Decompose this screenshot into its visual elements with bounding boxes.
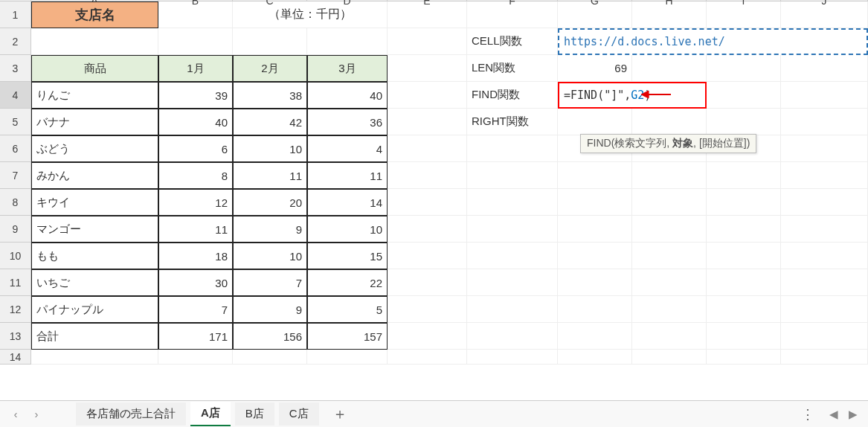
cell-G2-url[interactable]: https://d.docs.live.net/: [558, 28, 868, 55]
cell-J6[interactable]: [781, 135, 868, 162]
tab-b-store[interactable]: B店: [235, 402, 274, 426]
cell-G5[interactable]: [558, 109, 632, 135]
sheet-nav-left-icon[interactable]: ‹: [7, 406, 24, 423]
table-header-m1[interactable]: 1月: [158, 55, 233, 82]
row-13[interactable]: 13: [0, 323, 31, 350]
table-header-product[interactable]: 商品: [31, 55, 158, 82]
table-row[interactable]: 157: [307, 323, 388, 350]
table-row[interactable]: 15: [307, 243, 388, 269]
table-row[interactable]: 14: [307, 189, 388, 216]
tab-summary[interactable]: 各店舗の売上合計: [76, 402, 186, 426]
table-row[interactable]: 7: [233, 269, 307, 296]
cell-F13[interactable]: [467, 323, 558, 350]
cell-G14[interactable]: [558, 350, 632, 365]
row-12[interactable]: 12: [0, 296, 31, 323]
table-row[interactable]: バナナ: [31, 109, 158, 135]
cell-J5[interactable]: [781, 109, 868, 135]
table-row[interactable]: 12: [158, 189, 233, 216]
tab-a-store[interactable]: A店: [190, 402, 231, 426]
cell-J14[interactable]: [781, 350, 868, 365]
table-row[interactable]: 40: [158, 109, 233, 135]
table-row[interactable]: 36: [307, 109, 388, 135]
cell-H1[interactable]: [632, 1, 707, 28]
cell-H14[interactable]: [632, 350, 707, 365]
table-row[interactable]: 9: [233, 296, 307, 323]
cell-G7[interactable]: [558, 162, 632, 189]
cell-J7[interactable]: [781, 162, 868, 189]
cell-I1[interactable]: [707, 1, 781, 28]
cell-G8[interactable]: [558, 189, 632, 216]
cell-F5-label[interactable]: RIGHT関数: [467, 109, 558, 135]
cell-E1[interactable]: [388, 1, 467, 28]
cell-E14[interactable]: [388, 350, 467, 365]
cell-H7[interactable]: [632, 162, 707, 189]
row-10[interactable]: 10: [0, 243, 31, 269]
cell-I8[interactable]: [707, 189, 781, 216]
table-row[interactable]: 10: [307, 216, 388, 243]
cell-F4-label[interactable]: FIND関数: [467, 82, 558, 109]
table-row[interactable]: 39: [158, 82, 233, 109]
row-9[interactable]: 9: [0, 216, 31, 243]
cell-I3[interactable]: [707, 55, 781, 82]
table-row[interactable]: 5: [307, 296, 388, 323]
row-2[interactable]: 2: [0, 28, 31, 55]
cell-D14[interactable]: [307, 350, 388, 365]
table-row[interactable]: 11: [307, 162, 388, 189]
sheet-nav-right-icon[interactable]: ›: [28, 406, 45, 423]
row-8[interactable]: 8: [0, 189, 31, 216]
table-row[interactable]: 合計: [31, 323, 158, 350]
table-row[interactable]: 6: [158, 135, 233, 162]
cell-B1[interactable]: [158, 1, 233, 28]
cell-H13[interactable]: [632, 323, 707, 350]
table-row[interactable]: パイナップル: [31, 296, 158, 323]
cell-E2[interactable]: [388, 28, 467, 55]
cell-H3[interactable]: [632, 55, 707, 82]
table-row[interactable]: 38: [233, 82, 307, 109]
cell-F2-label[interactable]: CELL関数: [467, 28, 558, 55]
table-row[interactable]: 7: [158, 296, 233, 323]
table-row[interactable]: キウイ: [31, 189, 158, 216]
cell-E8[interactable]: [388, 189, 467, 216]
cell-G10[interactable]: [558, 243, 632, 269]
cell-I14[interactable]: [707, 350, 781, 365]
cell-F3-label[interactable]: LEN関数: [467, 55, 558, 82]
cell-H11[interactable]: [632, 269, 707, 296]
cell-J10[interactable]: [781, 243, 868, 269]
table-row[interactable]: もも: [31, 243, 158, 269]
table-header-m2[interactable]: 2月: [233, 55, 307, 82]
cell-E11[interactable]: [388, 269, 467, 296]
more-icon[interactable]: ⋮: [794, 406, 822, 423]
cell-J13[interactable]: [781, 323, 868, 350]
table-row[interactable]: 171: [158, 323, 233, 350]
cell-G12[interactable]: [558, 296, 632, 323]
cell-F10[interactable]: [467, 243, 558, 269]
cell-I11[interactable]: [707, 269, 781, 296]
row-14[interactable]: 14: [0, 350, 31, 365]
cell-A14[interactable]: [31, 350, 158, 365]
row-4[interactable]: 4: [0, 82, 31, 109]
table-row[interactable]: 11: [233, 162, 307, 189]
table-row[interactable]: りんご: [31, 82, 158, 109]
cell-A2[interactable]: [31, 28, 158, 55]
cell-B2[interactable]: [158, 28, 233, 55]
table-row[interactable]: 10: [233, 135, 307, 162]
table-row[interactable]: ぶどう: [31, 135, 158, 162]
cell-D2[interactable]: [307, 28, 388, 55]
cell-C14[interactable]: [233, 350, 307, 365]
table-row[interactable]: マンゴー: [31, 216, 158, 243]
cell-B14[interactable]: [158, 350, 233, 365]
cell-E4[interactable]: [388, 82, 467, 109]
cell-F6[interactable]: [467, 135, 558, 162]
cell-F14[interactable]: [467, 350, 558, 365]
cell-I13[interactable]: [707, 323, 781, 350]
cell-G4-formula-edit[interactable]: =FIND("]",G2): [558, 82, 707, 109]
table-row[interactable]: みかん: [31, 162, 158, 189]
table-row[interactable]: 30: [158, 269, 233, 296]
table-row[interactable]: 42: [233, 109, 307, 135]
table-header-m3[interactable]: 3月: [307, 55, 388, 82]
cell-G9[interactable]: [558, 216, 632, 243]
row-1[interactable]: 1: [0, 1, 31, 28]
cell-G13[interactable]: [558, 323, 632, 350]
table-row[interactable]: 4: [307, 135, 388, 162]
cell-J8[interactable]: [781, 189, 868, 216]
